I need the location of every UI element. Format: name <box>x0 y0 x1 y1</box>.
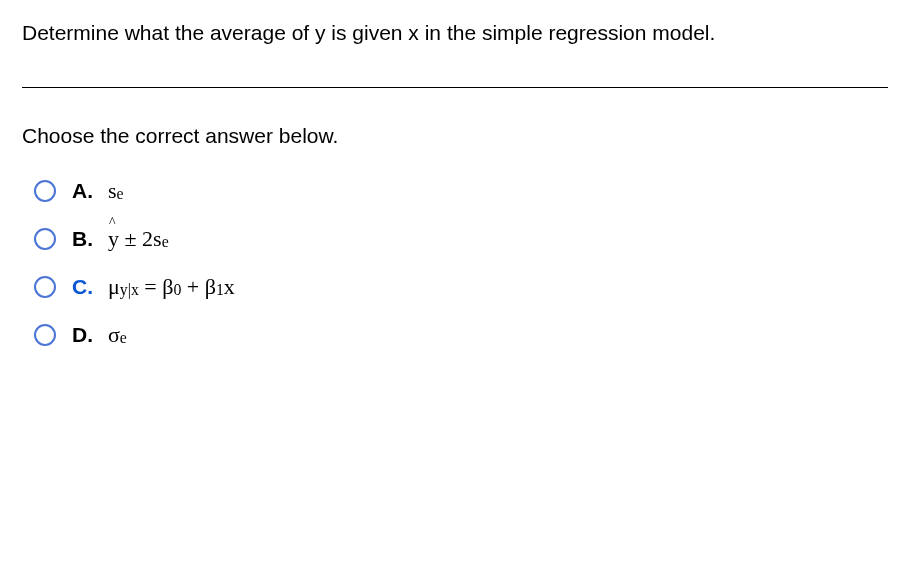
option-d-formula: σe <box>108 322 127 348</box>
option-a-formula: se <box>108 178 124 204</box>
option-c-letter: C. <box>72 275 96 299</box>
option-b-letter: B. <box>72 227 96 251</box>
option-b-formula: ^y ± 2se <box>108 226 169 252</box>
radio-a[interactable] <box>34 180 56 202</box>
option-d[interactable]: D. σe <box>34 322 888 348</box>
radio-d[interactable] <box>34 324 56 346</box>
option-c-formula: μy|x = β0 + β1x <box>108 274 235 300</box>
radio-b[interactable] <box>34 228 56 250</box>
radio-c[interactable] <box>34 276 56 298</box>
option-a[interactable]: A. se <box>34 178 888 204</box>
options-group: A. se B. ^y ± 2se C. μy|x = β0 + β1x D. … <box>22 178 888 348</box>
option-b[interactable]: B. ^y ± 2se <box>34 226 888 252</box>
option-c[interactable]: C. μy|x = β0 + β1x <box>34 274 888 300</box>
question-text: Determine what the average of y is given… <box>22 18 888 47</box>
option-d-letter: D. <box>72 323 96 347</box>
answer-prompt: Choose the correct answer below. <box>22 124 888 148</box>
divider <box>22 87 888 88</box>
option-a-letter: A. <box>72 179 96 203</box>
